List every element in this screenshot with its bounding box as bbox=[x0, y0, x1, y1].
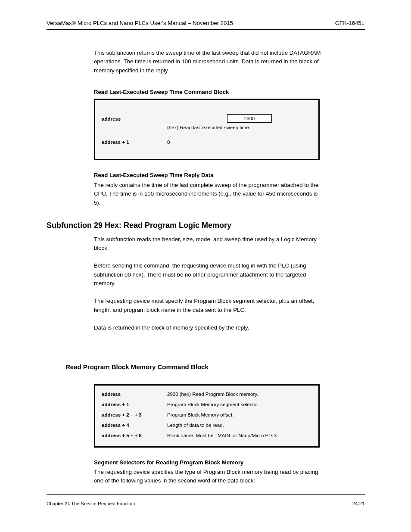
reply-body: The reply contains the time of the last … bbox=[94, 181, 322, 207]
big-heading: Subfunction 29 Hex: Read Program Logic M… bbox=[47, 221, 231, 230]
box2-row4-label: address + 5 – + 8 bbox=[102, 433, 142, 438]
box2-row1-after: Program Block Memory segment selector. bbox=[167, 402, 259, 407]
box2-row0-after: 2900 (hex) Read Program Block memory. bbox=[167, 392, 258, 397]
box2-row3-label: address + 4 bbox=[102, 423, 129, 428]
box2-row2-label: address + 2 – + 3 bbox=[102, 412, 142, 417]
footer-rule bbox=[47, 494, 365, 495]
box2-row4-after: Block name. Must be _MAIN for Nano/Micro… bbox=[167, 433, 279, 438]
header-rule bbox=[47, 29, 365, 30]
box2-title: Read Program Block Memory Command Block bbox=[65, 363, 209, 371]
header-left: VersaMax® Micro PLCs and Nano PLCs User'… bbox=[47, 19, 233, 28]
box2-row2-after: Program Block Memory offset. bbox=[167, 412, 234, 417]
box1-row1-after: 0 bbox=[167, 140, 170, 145]
box1-row0-after: (hex) Read last-executed sweep time. bbox=[167, 125, 250, 130]
segment-body: The requesting device specifies the type… bbox=[94, 468, 322, 485]
big-body: This subfunction reads the header, size,… bbox=[94, 235, 322, 332]
box2-row3-after: Length of data to be read. bbox=[167, 423, 224, 428]
box2-row0-label: address bbox=[102, 392, 121, 397]
intro-paragraph: This subfunction returns the sweep time … bbox=[94, 49, 322, 75]
command-block-2: address 2900 (hex) Read Program Block me… bbox=[94, 384, 320, 448]
command-block-1: address 2300 (hex) Read last-executed sw… bbox=[94, 99, 320, 160]
reply-heading: Read Last-Executed Sweep Time Reply Data bbox=[94, 171, 214, 180]
box2-row1-label: address + 1 bbox=[102, 402, 129, 407]
footer-left: Chapter 24 The Service Request Function bbox=[47, 501, 135, 506]
header-right: GFK-1645L bbox=[335, 19, 364, 28]
box1-row0-label: address bbox=[102, 116, 121, 121]
box1-title: Read Last-Executed Sweep Time Command Bl… bbox=[94, 88, 229, 96]
segment-heading: Segment Selectors for Reading Program Bl… bbox=[94, 458, 243, 467]
box1-row0-value: 2300 bbox=[227, 114, 272, 123]
footer-right: 24-21 bbox=[352, 501, 364, 506]
box1-row1-label: address + 1 bbox=[102, 140, 129, 145]
